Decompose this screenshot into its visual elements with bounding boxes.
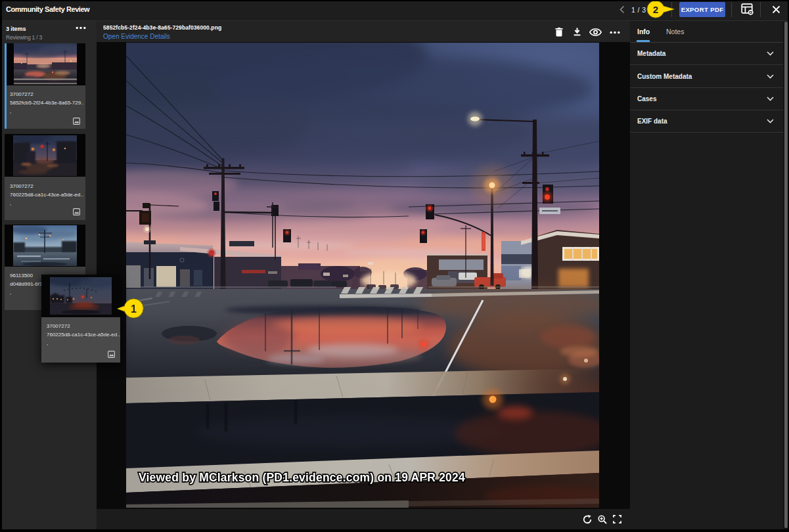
svg-text:2: 2	[653, 4, 658, 15]
svg-text:1: 1	[131, 303, 137, 315]
svg-text:Viewed by MClarkson (PD1.evide: Viewed by MClarkson (PD1.evidence.com) o…	[139, 471, 465, 484]
